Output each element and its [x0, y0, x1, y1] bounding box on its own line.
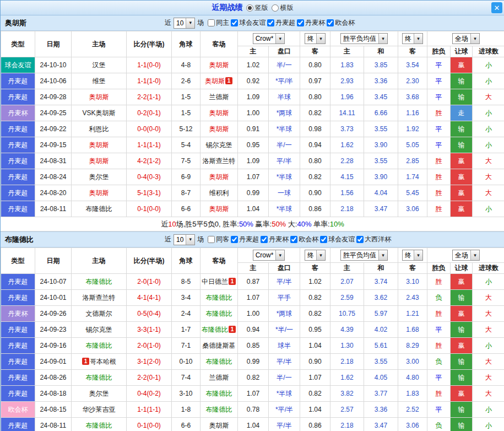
filter-option[interactable]: 同主: [208, 18, 229, 28]
result-cell: 平: [427, 137, 451, 153]
close-button[interactable]: ✕: [491, 2, 502, 13]
away-team-cell: 布隆德比: [200, 402, 238, 418]
avg-home-cell: 3.82: [330, 386, 364, 402]
avg-draw-cell: 3.55: [364, 121, 398, 137]
recent-count-select[interactable]: 10: [174, 18, 195, 29]
avg-away-cell: 3.10: [398, 274, 427, 290]
filter-option[interactable]: 大西洋杯: [356, 235, 391, 244]
avg-home-cell: 2.93: [330, 73, 364, 89]
bookmaker-select[interactable]: Crow*: [253, 250, 285, 261]
bookmaker-value: Crow*: [253, 250, 276, 260]
filter-checkbox[interactable]: [208, 236, 215, 243]
filter-option[interactable]: 丹麦杯: [261, 235, 289, 244]
header-home: 主场: [72, 31, 127, 57]
league-badge: 丹麦超: [1, 89, 35, 105]
filter-option[interactable]: 球会友谊: [320, 235, 355, 244]
home-team-cell: 奥尔堡: [72, 169, 127, 185]
filter-checkbox[interactable]: [261, 236, 268, 243]
filter-checkbox[interactable]: [290, 236, 297, 243]
avg-draw-cell: 3.55: [364, 354, 398, 370]
avg-away-cell: 3.00: [398, 354, 427, 370]
team-name: 布隆德比: [206, 294, 232, 301]
odds-home-cell: 1.04: [238, 201, 269, 217]
final-odds-select[interactable]: 终: [305, 250, 326, 261]
odds-home-cell: 1.02: [238, 57, 269, 73]
avg-home-cell: 2.18: [330, 418, 364, 431]
avg-home-cell: 2.07: [330, 274, 364, 290]
date-cell: 24-08-18: [35, 386, 72, 402]
filter-label: 丹麦杯: [269, 235, 289, 244]
filter-option[interactable]: 丹麦超: [231, 235, 259, 244]
avg-type-value: 胜平负均值: [341, 250, 378, 260]
corner-cell: 1-5: [172, 89, 200, 105]
score-cell: 1-1(1-1): [127, 137, 172, 153]
team-name: 奥胡斯: [89, 141, 109, 149]
final-odds-select-2[interactable]: 终: [402, 33, 423, 44]
layout-option-vertical[interactable]: 竖版: [246, 3, 268, 13]
result-cell: 平: [427, 89, 451, 105]
filter-checkboxes: 同客丹麦超丹麦杯欧会杯球会友谊大西洋杯: [206, 235, 391, 245]
bookmaker-select[interactable]: Crow*: [253, 33, 285, 44]
filter-label: 丹麦超: [239, 235, 259, 244]
team-name: 利恩比: [89, 125, 109, 133]
goals-cell: 小: [473, 274, 504, 290]
filter-checkbox[interactable]: [208, 19, 215, 26]
header-away: 客场: [200, 31, 238, 57]
filter-checkbox[interactable]: [231, 19, 238, 26]
team-name: 布隆德比: [206, 310, 232, 317]
layout-option-horizontal[interactable]: 横版: [272, 3, 294, 13]
filter-label: 球会友谊: [328, 235, 355, 244]
results-tbody: 球会友谊24-10-10汉堡1-1(0-0)4-8奥胡斯1.02半/一0.801…: [1, 57, 504, 217]
header-avg-home: 主: [330, 46, 364, 57]
league-badge: 丹麦超: [1, 153, 35, 169]
header-handicap-result: 让球: [451, 46, 473, 57]
final-odds-select-2[interactable]: 终: [402, 250, 423, 261]
header-final-cell: 终: [300, 248, 330, 263]
header-result: 胜负: [427, 263, 451, 274]
avg-type-select[interactable]: 胜平负均值: [340, 250, 388, 261]
red-card-icon: 1: [229, 278, 236, 285]
scope-select[interactable]: 全场: [452, 250, 480, 261]
goals-cell: 小: [473, 338, 504, 354]
filter-option[interactable]: 丹麦超: [267, 18, 295, 28]
filter-option[interactable]: 丹麦杯: [297, 18, 325, 28]
handicap-cell: 平手: [269, 290, 300, 306]
final-odds-value-2: 终: [403, 250, 414, 260]
filter-option[interactable]: 欧会杯: [327, 18, 355, 28]
results-tbody: 丹麦超24-10-07布隆德比2-0(1-0)8-5中日德兰10.87平/半1.…: [1, 274, 504, 431]
team-name: 奥胡斯: [209, 422, 229, 429]
filter-checkbox[interactable]: [297, 19, 304, 26]
results-table: 类型 日期 主场 比分(半场) 角球 客场 Crow* 终 胜平负均值: [1, 31, 504, 217]
goals-cell: 小: [473, 402, 504, 418]
away-team-cell: 布隆德比: [200, 290, 238, 306]
avg-draw-cell: 3.90: [364, 137, 398, 153]
filter-checkbox[interactable]: [327, 19, 334, 26]
table-row: 丹麦超24-10-01洛斯查兰特4-1(4-1)3-4布隆德比1.07平手0.8…: [1, 290, 504, 306]
avg-away-cell: 1.21: [398, 306, 427, 322]
avg-draw-cell: 3.36: [364, 402, 398, 418]
avg-type-select[interactable]: 胜平负均值: [340, 33, 388, 44]
team-name: 布隆德比: [202, 326, 228, 333]
date-cell: 24-10-01: [35, 290, 72, 306]
result-cell: 负: [427, 290, 451, 306]
filter-option[interactable]: 同客: [208, 235, 229, 244]
header-company-cell: Crow*: [238, 248, 300, 263]
odds-home-cell: 1.07: [238, 169, 269, 185]
final-odds-select[interactable]: 终: [305, 33, 326, 44]
away-team-cell: 中日德兰1: [200, 274, 238, 290]
avg-home-cell: 1.96: [330, 89, 364, 105]
filter-option[interactable]: 球会友谊: [231, 18, 265, 28]
score-cell: 2-2(1-1): [127, 89, 172, 105]
filter-checkbox[interactable]: [356, 236, 364, 243]
filter-checkbox[interactable]: [320, 236, 327, 243]
home-team-cell: 布隆德比: [72, 338, 127, 354]
filter-checkbox[interactable]: [267, 19, 274, 26]
handicap-result-cell: 输: [451, 137, 473, 153]
away-team-cell: 奥胡斯: [200, 105, 238, 121]
filter-checkbox[interactable]: [231, 236, 238, 243]
chevron-down-icon: [275, 250, 284, 260]
odds-away-cell: 0.80: [300, 57, 330, 73]
scope-select[interactable]: 全场: [452, 33, 480, 44]
recent-count-select[interactable]: 10: [174, 234, 195, 245]
filter-option[interactable]: 欧会杯: [290, 235, 318, 244]
